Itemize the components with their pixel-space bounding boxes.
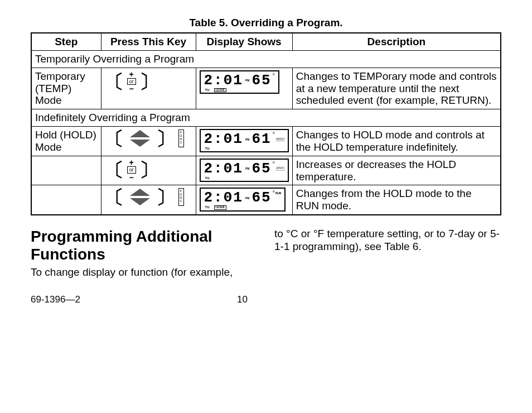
degree-icon: ° [273,190,275,196]
bracket-right-icon: 〕 [156,129,175,148]
degree-icon: ° [273,131,275,138]
page-number: 10 [237,294,248,305]
lcd-hold-icon: HOLD [276,138,284,142]
display-cell: 2:01 PM 65 ° HOLD TU [196,156,292,185]
body-text-right: to °C or °F temperature setting, or to 7… [274,228,501,253]
lcd-ampm: PM [245,197,250,200]
col-key: Press This Key [101,33,196,50]
table-row: Hold (HOLD) Mode 〔 〕 FUNC 2:01 PM [31,127,501,156]
degree-icon: ° [273,161,275,167]
func-button-icon: FUNC [178,188,184,206]
lcd-display: 2:01 PM 61 ° HOLD TU [200,129,289,152]
arrow-up-icon [130,189,150,196]
lcd-ampm: PM [245,138,250,141]
lcd-leave: LEAVE [214,88,226,93]
lcd-leave: LEAVE [214,205,226,210]
step-cell: Hold (HOLD) Mode [31,127,101,156]
display-cell: 2:01 PM 65 ° RUN TU LEAVE [196,185,292,215]
lcd-display: 2:01 PM 65 ° HOLD TU [200,159,289,182]
plus-icon: + [129,159,133,166]
key-cell: 〔 + or − 〕 [101,68,196,109]
arrow-up-icon [130,130,150,137]
step-cell: Temporary (TEMP) Mode [31,68,101,109]
key-plus-or-minus: 〔 + or − 〕 [105,70,158,93]
degree-icon: ° [273,73,275,79]
lcd-day: TU [205,88,210,93]
bracket-left-icon: 〔 [105,72,124,91]
arrow-down-icon [130,198,150,205]
section-indef-override: Indefinitely Overriding a Program [31,109,501,127]
display-cell: 2:01 PM 61 ° HOLD TU [196,127,292,156]
key-plus-or-minus: 〔 + or − 〕 [105,159,158,181]
bracket-left-icon: 〔 [105,160,124,179]
lcd-day: TU [205,147,210,151]
lcd-ampm: PM [245,167,250,170]
col-step: Step [31,33,101,50]
section-heading: Programming Additional Functions [31,228,258,263]
bracket-left-icon: 〔 [105,188,124,206]
lcd-day: TU [205,176,210,180]
lcd-time: 2:01 [204,73,243,89]
bracket-right-icon: 〕 [156,188,175,206]
minus-icon: − [129,85,133,93]
section-temp-override: Temporarily Overriding a Program [31,50,501,68]
minus-icon: − [129,174,133,181]
bracket-left-icon: 〔 [105,129,124,148]
table-caption: Table 5. Overriding a Program. [31,17,501,29]
step-cell [31,156,101,185]
col-desc: Description [292,33,501,50]
key-cell: 〔 〕 FUNC [101,185,196,215]
doc-number: 69-1396—2 [31,294,237,305]
or-label: or [127,166,136,174]
desc-cell: Increases or decreases the HOLD temperat… [292,156,501,185]
display-cell: 2:01 PM 65 ° TU LEAVE [196,68,292,109]
lcd-time: 2:01 [204,161,243,177]
lcd-temp: 65 [252,190,271,206]
desc-cell: Changes to TEMPorary mode and controls a… [292,68,501,109]
bracket-right-icon: 〕 [139,72,158,91]
key-arrows-func: 〔 〕 FUNC [105,188,184,206]
lcd-display: 2:01 PM 65 ° TU LEAVE [200,70,279,94]
lcd-temp: 65 [252,161,271,177]
lcd-temp: 65 [252,73,271,89]
lcd-run-icon: RUN [275,192,282,195]
lcd-hold-icon: HOLD [276,167,284,171]
bracket-right-icon: 〕 [139,160,158,179]
arrow-down-icon [130,140,150,147]
key-cell: 〔 + or − 〕 [101,156,196,185]
func-button-icon: FUNC [178,129,184,147]
plus-icon: + [129,70,133,78]
desc-cell: Changes from the HOLD mode to the RUN mo… [292,185,501,215]
lcd-day: TU [205,205,210,210]
lcd-time: 2:01 [204,131,243,148]
table-row: Temporary (TEMP) Mode 〔 + or − 〕 2:01 P [31,68,501,109]
col-display: Display Shows [196,33,292,50]
override-table: Step Press This Key Display Shows Descri… [31,32,501,215]
desc-cell: Changes to HOLD mode and controls at the… [292,127,501,156]
key-arrows-func: 〔 〕 FUNC [105,129,184,148]
lcd-ampm: PM [245,79,250,82]
body-text-left: To change display or function (for examp… [31,266,258,279]
step-cell [31,185,101,215]
lcd-time: 2:01 [204,190,243,206]
lcd-display: 2:01 PM 65 ° RUN TU LEAVE [200,188,286,212]
lcd-temp: 61 [252,131,271,148]
table-row: 〔 〕 FUNC 2:01 PM 65 ° RUN [31,185,501,215]
key-cell: 〔 〕 FUNC [101,127,196,156]
table-row: 〔 + or − 〕 2:01 PM 65 ° HOLD [31,156,501,185]
